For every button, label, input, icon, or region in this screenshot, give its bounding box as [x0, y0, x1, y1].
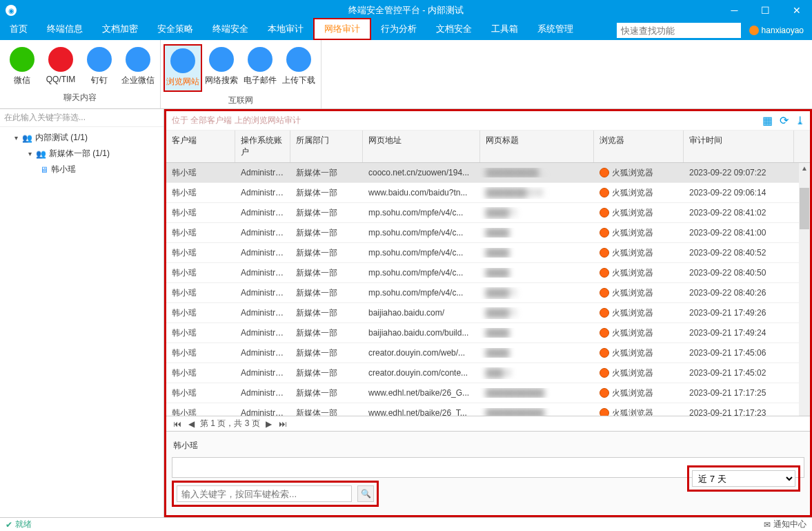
search-icon: 🔍 [361, 489, 371, 499]
table-cell: mp.sohu.com/mpfe/v4/c... [363, 248, 480, 258]
table-cell: baijiahao.baidu.com/ [363, 308, 480, 318]
table-row[interactable]: 韩小瑶Administra...新媒体一部mp.sohu.com/mpfe/v4… [166, 223, 810, 243]
refresh-icon[interactable]: ⟳ [780, 114, 789, 127]
menu-4[interactable]: 终端安全 [203, 19, 258, 39]
firefox-icon [600, 228, 609, 238]
table-cell: ████ [480, 228, 594, 238]
menu-6[interactable]: 网络审计 [313, 18, 371, 40]
firefox-icon [600, 248, 609, 258]
ribbon-浏览网站[interactable]: 浏览网站 [164, 44, 202, 92]
table-cell: Administra... [235, 228, 290, 238]
table-cell: ████ [480, 328, 594, 338]
col-header[interactable]: 网页地址 [363, 131, 480, 162]
table-cell: 2023-09-22 09:07:22 [684, 168, 794, 177]
col-header[interactable]: 审计时间 [684, 131, 794, 162]
ribbon-钉钉[interactable]: 钉钉 [80, 44, 119, 89]
ribbon-企业微信[interactable]: 企业微信 [119, 44, 157, 89]
breadcrumb: 位于 全部客户端 上的浏览网站审计 ▦ ⟳ ⤓ [166, 111, 810, 131]
next-page-button[interactable]: ▶ [264, 419, 273, 429]
col-header[interactable]: 客户端 [166, 131, 235, 162]
table-cell: Administra... [235, 368, 290, 378]
table-cell: 新媒体一部 [290, 307, 363, 319]
tree-node-root[interactable]: ▾ 👥 内部测试 (1/1) [0, 130, 164, 146]
table-row[interactable]: 韩小瑶Administra...新媒体一部cooco.net.cn/zuowen… [166, 163, 810, 183]
expand-icon[interactable]: ▾ [26, 150, 33, 157]
export-icon[interactable]: ⤓ [795, 114, 804, 127]
first-page-button[interactable]: ⏮ [172, 419, 183, 429]
firefox-icon [600, 208, 609, 218]
table-row[interactable]: 韩小瑶Administra...新媒体一部www.edhl.net/baike/… [166, 403, 810, 416]
menu-9[interactable]: 工具箱 [482, 19, 528, 39]
table-row[interactable]: 韩小瑶Administra...新媒体一部baijiahao.baidu.com… [166, 303, 810, 323]
table-cell: 新媒体一部 [290, 167, 363, 179]
table-cell: 新媒体一部 [290, 267, 363, 279]
col-header[interactable]: 浏览器 [594, 131, 684, 162]
menu-0[interactable]: 首页 [0, 19, 37, 39]
table-row[interactable]: 韩小瑶Administra...新媒体一部creator.douyin.com/… [166, 363, 810, 383]
ribbon-电子邮件[interactable]: 电子邮件 [241, 44, 279, 92]
user-badge[interactable]: hanxiaoyao [741, 26, 812, 35]
notify-link[interactable]: 通知中心 [773, 519, 806, 530]
search-button[interactable]: 🔍 [357, 485, 374, 502]
vertical-scrollbar[interactable]: ▲ [799, 163, 810, 416]
table-row[interactable]: 韩小瑶Administra...新媒体一部www.baidu.com/baidu… [166, 183, 810, 203]
ribbon-网络搜索[interactable]: 网络搜索 [202, 44, 241, 92]
menu-1[interactable]: 终端信息 [37, 19, 92, 39]
ribbon-QQ/TIM[interactable]: QQ/TIM [41, 44, 80, 89]
table-row[interactable]: 韩小瑶Administra...新媒体一部mp.sohu.com/mpfe/v4… [166, 243, 810, 263]
maximize-button[interactable]: ☐ [750, 0, 781, 21]
quick-search[interactable] [617, 23, 741, 38]
table-cell: 韩小瑶 [166, 327, 235, 339]
table-cell: 2023-09-22 08:40:50 [684, 268, 794, 278]
mail-icon: ✉ [764, 520, 771, 530]
tree-node-dept[interactable]: ▾ 👥 新媒体一部 (1/1) [0, 146, 164, 162]
table-cell: Administra... [235, 408, 290, 416]
scroll-up-icon[interactable]: ▲ [799, 163, 810, 174]
table-cell: 火狐浏览器 [594, 327, 684, 339]
columns-icon[interactable]: ▦ [762, 114, 773, 127]
table-cell: 新媒体一部 [290, 407, 363, 416]
table-row[interactable]: 韩小瑶Administra...新媒体一部mp.sohu.com/mpfe/v4… [166, 203, 810, 223]
close-button[interactable]: ✕ [781, 0, 812, 21]
table-cell: 韩小瑶 [166, 367, 235, 379]
table-row[interactable]: 韩小瑶Administra...新媒体一部mp.sohu.com/mpfe/v4… [166, 263, 810, 283]
time-range-select[interactable]: 近 7 天 [692, 470, 795, 487]
menu-5[interactable]: 本地审计 [258, 19, 313, 39]
table-cell: ████ [480, 348, 594, 358]
table-cell: mp.sohu.com/mpfe/v4/c... [363, 228, 480, 238]
table-row[interactable]: 韩小瑶Administra...新媒体一部baijiahao.baidu.com… [166, 323, 810, 343]
table-row[interactable]: 韩小瑶Administra...新媒体一部creator.douyin.com/… [166, 343, 810, 363]
ribbon-上传下载[interactable]: 上传下载 [279, 44, 318, 92]
ribbon-微信[interactable]: 微信 [3, 44, 41, 89]
table-cell: ███者 [480, 367, 594, 379]
minimize-button[interactable]: ─ [719, 0, 750, 21]
col-header[interactable]: 操作系统账户 [235, 131, 290, 162]
table-row[interactable]: 韩小瑶Administra...新媒体一部www.edhl.net/baike/… [166, 383, 810, 403]
prev-page-button[interactable]: ◀ [187, 419, 196, 429]
menu-2[interactable]: 文档加密 [92, 19, 148, 39]
menu-3[interactable]: 安全策略 [148, 19, 203, 39]
menu-10[interactable]: 系统管理 [528, 19, 583, 39]
tree-filter-input[interactable]: 在此输入关键字筛选... [0, 109, 164, 127]
table-cell: ████ [480, 248, 594, 258]
keyword-input[interactable] [177, 485, 352, 502]
table-cell: mp.sohu.com/mpfe/v4/c... [363, 288, 480, 298]
ribbon-group-label: 互联网 [161, 92, 321, 110]
last-page-button[interactable]: ⏭ [277, 419, 288, 429]
table-cell: 火狐浏览器 [594, 247, 684, 259]
tree-node-client[interactable]: 🖥 韩小瑶 [0, 162, 164, 177]
ribbon-icon [48, 47, 73, 72]
table-cell: 火狐浏览器 [594, 207, 684, 219]
main-panel: 位于 全部客户端 上的浏览网站审计 ▦ ⟳ ⤓ 客户端操作系统账户所属部门网页地… [164, 109, 812, 517]
col-header[interactable]: 网页标题 [480, 131, 594, 162]
scroll-thumb[interactable] [800, 188, 809, 229]
table-row[interactable]: 韩小瑶Administra...新媒体一部mp.sohu.com/mpfe/v4… [166, 283, 810, 303]
menu-7[interactable]: 行为分析 [371, 19, 426, 39]
detail-client-name: 韩小瑶 [172, 437, 804, 454]
menu-8[interactable]: 文档安全 [426, 19, 482, 39]
table-cell: 新媒体一部 [290, 347, 363, 359]
col-header[interactable]: 所属部门 [290, 131, 363, 162]
quick-search-input[interactable] [617, 23, 741, 38]
expand-icon[interactable]: ▾ [12, 134, 19, 142]
table-cell: 韩小瑶 [166, 347, 235, 359]
